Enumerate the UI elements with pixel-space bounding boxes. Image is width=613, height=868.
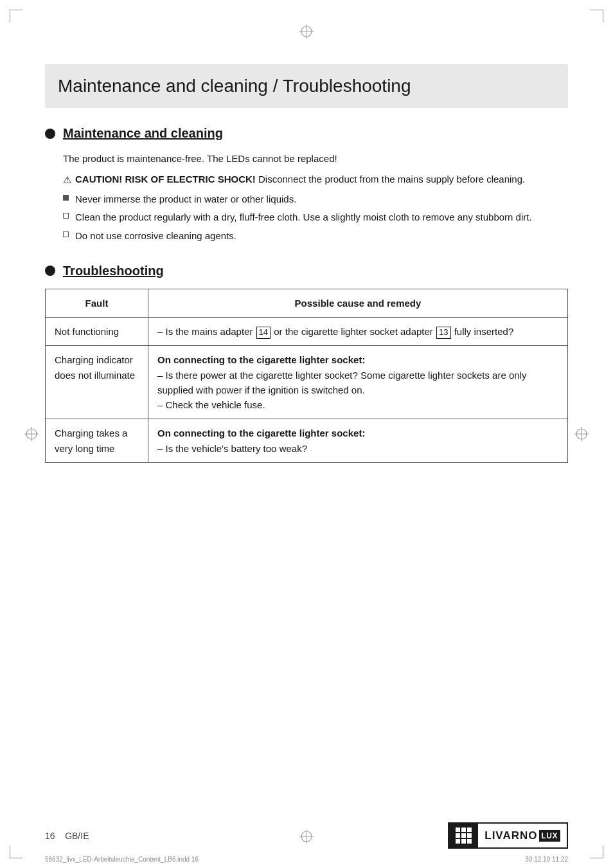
list-item-text: Clean the product regularly with a dry, … [75,210,532,224]
logo-icon-area [449,824,478,847]
page: Maintenance and cleaning / Troubleshooti… [0,0,613,868]
reg-mark-right [574,427,589,441]
fault-cell: Charging indicator does not illuminate [46,346,148,419]
logo-brand-text: LIVARNO [484,829,537,842]
table-row: Charging indicator does not illuminate O… [46,346,568,419]
troubleshooting-heading-row: Troubleshooting [45,264,568,278]
caution-line: ⚠ CAUTION! RISK OF ELECTRIC SHOCK! Disco… [63,172,568,188]
logo-suffix-text: LUX [539,830,561,842]
list-item: Do not use corrosive cleaning agents. [63,228,568,243]
locale-info: GB/IE [65,831,89,841]
maintenance-bullets: Never immerse the product in water or ot… [63,192,568,243]
crop-mark-tl [10,10,22,23]
table-header-row: Fault Possible cause and remedy [46,289,568,317]
crop-mark-bl [10,845,22,858]
bullet-empty-icon [63,231,69,237]
logo-text-area: LIVARNOLUX [478,826,567,846]
logo-grid-cell [467,839,472,844]
troubleshooting-bullet [45,266,55,276]
crop-mark-br [591,845,603,858]
maintenance-title: Maintenance and cleaning [63,126,223,141]
caution-text: CAUTION! RISK OF ELECTRIC SHOCK! Disconn… [75,172,525,186]
fault-table: Fault Possible cause and remedy Not func… [45,289,568,463]
logo-grid-cell [456,839,460,844]
warning-icon: ⚠ [63,172,71,188]
livarno-logo: LIVARNOLUX [448,822,568,849]
bullet-empty-icon [63,213,69,219]
ref-14: 14 [256,327,271,339]
fault-cell: Not functioning [46,318,148,346]
maintenance-intro: The product is maintenance-free. The LED… [63,151,568,167]
logo-grid-cell [461,827,466,832]
file-info-right: 30.12.10 11:22 [525,856,568,863]
page-number: 16 [45,831,55,841]
remedy-bold-heading: On connecting to the cigarette lighter s… [157,428,365,439]
maintenance-bullet [45,129,55,139]
troubleshooting-title: Troubleshooting [63,264,164,278]
list-item-text: Never immerse the product in water or ot… [75,192,296,206]
bullet-square-icon [63,195,69,201]
caution-normal-text: Disconnect the product from the mains su… [256,174,525,185]
file-info-bar: 56632_livx_LED-Arbeitsleuchte_Content_LB… [45,856,568,863]
ref-13: 13 [436,327,450,339]
logo-grid-cell [456,833,460,838]
footer-page-info: 16 GB/IE [45,831,89,841]
reg-mark-left [24,427,39,441]
crop-mark-tr [591,10,603,23]
logo-grid-cell [456,827,460,832]
list-item: Never immerse the product in water or ot… [63,192,568,206]
footer: 16 GB/IE LIVARNOLUX [45,822,568,849]
content-area: Maintenance and cleaning / Troubleshooti… [45,64,568,817]
list-item: Clean the product regularly with a dry, … [63,210,568,224]
caution-bold-text: CAUTION! RISK OF ELECTRIC SHOCK! [75,174,256,185]
logo-grid [456,827,472,844]
remedy-bold-heading: On connecting to the cigarette lighter s… [157,354,365,365]
table-row: Not functioning – Is the mains adapter 1… [46,318,568,346]
remedy-cell: On connecting to the cigarette lighter s… [148,419,568,463]
troubleshooting-section: Troubleshooting Fault Possible cause and… [45,264,568,463]
logo-grid-cell [467,833,472,838]
file-info-left: 56632_livx_LED-Arbeitsleuchte_Content_LB… [45,856,199,863]
reg-mark-top [299,24,314,39]
fault-cell: Charging takes a very long time [46,419,148,463]
logo-grid-cell [467,827,472,832]
remedy-cell: – Is the mains adapter 14 or the cigaret… [148,318,568,346]
logo-grid-cell [461,833,466,838]
logo-grid-cell [461,839,466,844]
header-bar: Maintenance and cleaning / Troubleshooti… [45,64,568,108]
col-fault-header: Fault [46,289,148,317]
table-row: Charging takes a very long time On conne… [46,419,568,463]
page-title: Maintenance and cleaning / Troubleshooti… [58,76,411,96]
maintenance-section: Maintenance and cleaning The product is … [45,126,568,243]
remedy-cell: On connecting to the cigarette lighter s… [148,346,568,419]
maintenance-content: The product is maintenance-free. The LED… [45,151,568,243]
col-remedy-header: Possible cause and remedy [148,289,568,317]
list-item-text: Do not use corrosive cleaning agents. [75,228,236,243]
maintenance-heading-row: Maintenance and cleaning [45,126,568,141]
